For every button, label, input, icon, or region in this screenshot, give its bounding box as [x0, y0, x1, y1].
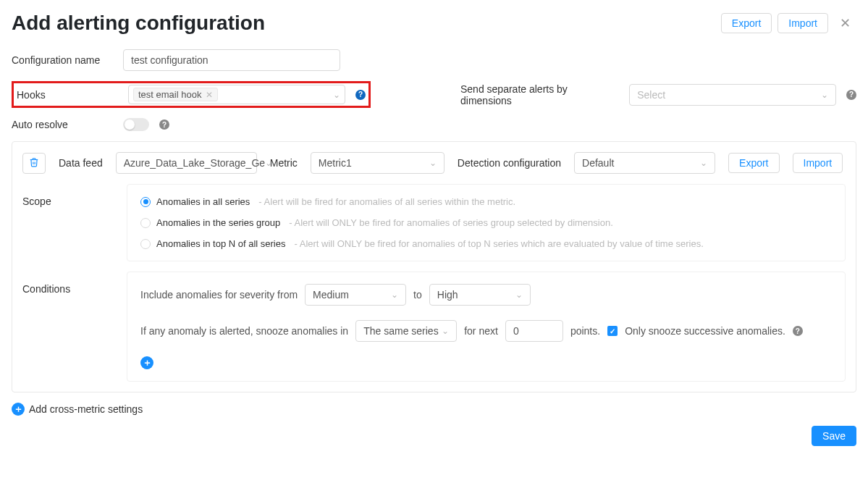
add-condition-button[interactable]: ＋: [140, 356, 153, 369]
severity-to-value: High: [437, 289, 458, 301]
chevron-down-icon: ⌄: [700, 158, 707, 168]
help-icon[interactable]: ?: [846, 90, 856, 100]
scope-option-all[interactable]: Anomalies in all series - Alert will be …: [140, 196, 832, 207]
add-cross-metric-button[interactable]: ＋ Add cross-metric settings: [12, 403, 856, 416]
data-feed-select[interactable]: Azure_Data_Lake_Storage_Ge ⌄: [116, 152, 257, 174]
auto-resolve-toggle[interactable]: [123, 118, 149, 131]
for-next-text: for next: [464, 325, 498, 337]
import-button[interactable]: Import: [778, 13, 828, 33]
snooze-points-input[interactable]: [505, 320, 563, 342]
metric-label: Metric: [270, 157, 298, 169]
separate-alerts-select[interactable]: Select ⌄: [629, 84, 836, 106]
hook-chip-remove-icon[interactable]: ✕: [206, 90, 213, 100]
successive-checkbox[interactable]: ✓: [607, 326, 618, 336]
help-icon[interactable]: ?: [355, 90, 366, 100]
detection-value: Default: [582, 157, 614, 169]
points-text: points.: [570, 325, 600, 337]
detection-label: Detection configuration: [458, 157, 561, 169]
radio-icon: [140, 239, 151, 249]
hooks-select[interactable]: test email hook ✕ ⌄: [128, 85, 345, 104]
page-title: Add alerting configuration: [12, 12, 265, 35]
add-cross-metric-label: Add cross-metric settings: [29, 403, 143, 415]
chevron-down-icon: ⌄: [442, 326, 449, 336]
hooks-highlighted-row: Hooks test email hook ✕ ⌄ ?: [12, 81, 371, 108]
scope-option-label: Anomalies in top N of all series: [156, 238, 285, 249]
metric-value: Metric1: [319, 157, 352, 169]
scope-section-label: Scope: [22, 184, 117, 261]
chevron-down-icon: ⌄: [391, 290, 398, 300]
hook-chip-text: test email hook: [138, 89, 201, 100]
snooze-scope-select[interactable]: The same series ⌄: [355, 320, 457, 342]
successive-label: Only snooze successive anomalies.: [625, 325, 785, 337]
config-name-label: Configuration name: [12, 54, 113, 66]
snooze-scope-value: The same series: [363, 325, 438, 337]
radio-icon: [140, 197, 151, 207]
help-icon[interactable]: ?: [793, 326, 803, 336]
scope-option-topn[interactable]: Anomalies in top N of all series - Alert…: [140, 238, 832, 249]
severity-text: Include anomalies for severity from: [140, 289, 298, 301]
metric-select[interactable]: Metric1 ⌄: [311, 152, 444, 174]
auto-resolve-label: Auto resolve: [12, 119, 113, 130]
scope-section-body: Anomalies in all series - Alert will be …: [127, 184, 846, 261]
save-button[interactable]: Save: [812, 426, 856, 446]
config-name-input[interactable]: [123, 49, 340, 71]
detection-select[interactable]: Default ⌄: [574, 152, 715, 174]
scope-option-hint: - Alert will ONLY be fired for anomalies…: [294, 238, 703, 249]
scope-option-hint: - Alert will be fired for anomalies of a…: [258, 196, 515, 207]
export-button[interactable]: Export: [721, 13, 772, 33]
hook-chip: test email hook ✕: [133, 88, 218, 101]
metric-export-button[interactable]: Export: [728, 153, 779, 173]
separate-alerts-label: Send separate alerts by dimensions: [460, 83, 619, 106]
delete-metric-button[interactable]: [22, 153, 46, 174]
scope-option-group[interactable]: Anomalies in the series group - Alert wi…: [140, 217, 832, 228]
severity-from-select[interactable]: Medium ⌄: [305, 284, 406, 306]
trash-icon: [29, 157, 39, 167]
chevron-down-icon: ⌄: [821, 90, 828, 100]
data-feed-label: Data feed: [59, 157, 103, 169]
severity-from-value: Medium: [313, 289, 349, 301]
scope-option-hint: - Alert will ONLY be fired for anomalies…: [289, 217, 613, 228]
plus-icon: ＋: [12, 403, 25, 416]
data-feed-value: Azure_Data_Lake_Storage_Ge: [124, 157, 265, 169]
close-icon[interactable]: ✕: [834, 12, 856, 34]
scope-option-label: Anomalies in the series group: [156, 217, 280, 228]
hooks-label: Hooks: [17, 89, 118, 101]
metric-config-panel: Data feed Azure_Data_Lake_Storage_Ge ⌄ M…: [12, 141, 856, 392]
snooze-text: If any anomaly is alerted, snooze anomal…: [140, 325, 348, 337]
metric-import-button[interactable]: Import: [793, 153, 843, 173]
scope-option-label: Anomalies in all series: [156, 196, 250, 207]
severity-to-word: to: [413, 289, 422, 301]
radio-icon: [140, 218, 151, 228]
help-icon[interactable]: ?: [159, 119, 169, 130]
severity-to-select[interactable]: High ⌄: [429, 284, 531, 306]
chevron-down-icon: ⌄: [333, 90, 340, 100]
conditions-section-label: Conditions: [22, 272, 117, 382]
chevron-down-icon: ⌄: [429, 158, 437, 168]
chevron-down-icon: ⌄: [515, 290, 523, 300]
conditions-section-body: Include anomalies for severity from Medi…: [127, 272, 846, 382]
separate-alerts-placeholder: Select: [637, 89, 665, 101]
